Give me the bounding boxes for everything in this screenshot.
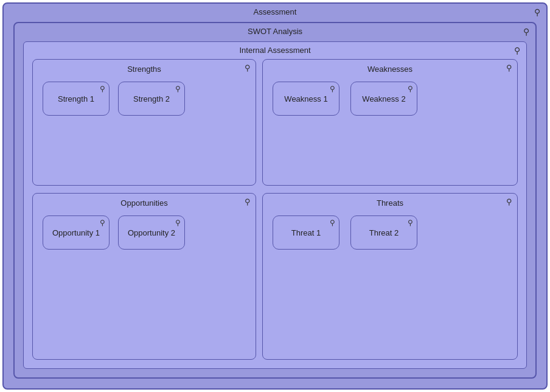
weaknesses-zoom-icon[interactable]: ⚲ bbox=[506, 63, 512, 72]
assessment-zoom-icon[interactable]: ⚲ bbox=[534, 7, 540, 17]
threat2-zoom-icon[interactable]: ⚲ bbox=[408, 219, 413, 227]
internal-title: Internal Assessment bbox=[24, 46, 526, 55]
opportunities-title: Opportunities bbox=[33, 198, 256, 208]
opportunity1-zoom-icon[interactable]: ⚲ bbox=[100, 219, 105, 227]
weakness2-label: Weakness 2 bbox=[362, 94, 405, 103]
strength2-card[interactable]: Strength 2 ⚲ bbox=[118, 82, 185, 116]
strength1-label: Strength 1 bbox=[58, 94, 94, 103]
weakness2-zoom-icon[interactable]: ⚲ bbox=[408, 85, 413, 93]
strength1-card[interactable]: Strength 1 ⚲ bbox=[43, 82, 110, 116]
opportunity2-zoom-icon[interactable]: ⚲ bbox=[175, 219, 181, 227]
threat2-card[interactable]: Threat 2 ⚲ bbox=[350, 215, 417, 250]
strength1-zoom-icon[interactable]: ⚲ bbox=[100, 85, 105, 93]
strengths-zoom-icon[interactable]: ⚲ bbox=[245, 63, 251, 72]
weaknesses-quadrant: Weaknesses ⚲ Weakness 1 ⚲ Weakness 2 ⚲ bbox=[262, 59, 518, 186]
assessment-frame: Assessment ⚲ SWOT Analysis ⚲ Internal As… bbox=[2, 2, 548, 390]
weakness1-label: Weakness 1 bbox=[284, 94, 327, 103]
threat1-card[interactable]: Threat 1 ⚲ bbox=[273, 215, 339, 250]
opportunity1-card[interactable]: Opportunity 1 ⚲ bbox=[43, 215, 110, 250]
opportunity2-label: Opportunity 2 bbox=[128, 228, 175, 237]
swot-frame: SWOT Analysis ⚲ Internal Assessment ⚲ St… bbox=[13, 22, 537, 379]
assessment-title: Assessment bbox=[4, 7, 546, 16]
strength2-label: Strength 2 bbox=[133, 94, 170, 103]
weakness2-card[interactable]: Weakness 2 ⚲ bbox=[350, 82, 417, 116]
threats-zoom-icon[interactable]: ⚲ bbox=[506, 197, 512, 206]
weaknesses-title: Weaknesses bbox=[263, 65, 517, 74]
swot-zoom-icon[interactable]: ⚲ bbox=[523, 27, 529, 37]
threat1-zoom-icon[interactable]: ⚲ bbox=[330, 219, 335, 227]
internal-zoom-icon[interactable]: ⚲ bbox=[514, 46, 520, 55]
opportunities-quadrant: Opportunities ⚲ Opportunity 1 ⚲ Opportun… bbox=[32, 193, 256, 360]
threat2-label: Threat 2 bbox=[369, 228, 399, 237]
strengths-title: Strengths bbox=[33, 65, 256, 74]
threats-quadrant: Threats ⚲ Threat 1 ⚲ Threat 2 ⚲ bbox=[262, 193, 518, 360]
threats-title: Threats bbox=[263, 198, 517, 208]
threat1-label: Threat 1 bbox=[291, 228, 321, 237]
opportunity1-label: Opportunity 1 bbox=[52, 228, 100, 237]
strength2-zoom-icon[interactable]: ⚲ bbox=[175, 85, 181, 93]
strengths-quadrant: Strengths ⚲ Strength 1 ⚲ Strength 2 ⚲ bbox=[32, 59, 256, 186]
internal-frame: Internal Assessment ⚲ Strengths ⚲ Streng… bbox=[23, 41, 527, 369]
swot-title: SWOT Analysis bbox=[15, 27, 535, 36]
weakness1-zoom-icon[interactable]: ⚲ bbox=[330, 85, 335, 93]
opportunities-zoom-icon[interactable]: ⚲ bbox=[245, 197, 251, 206]
opportunity2-card[interactable]: Opportunity 2 ⚲ bbox=[118, 215, 185, 250]
weakness1-card[interactable]: Weakness 1 ⚲ bbox=[273, 82, 339, 116]
